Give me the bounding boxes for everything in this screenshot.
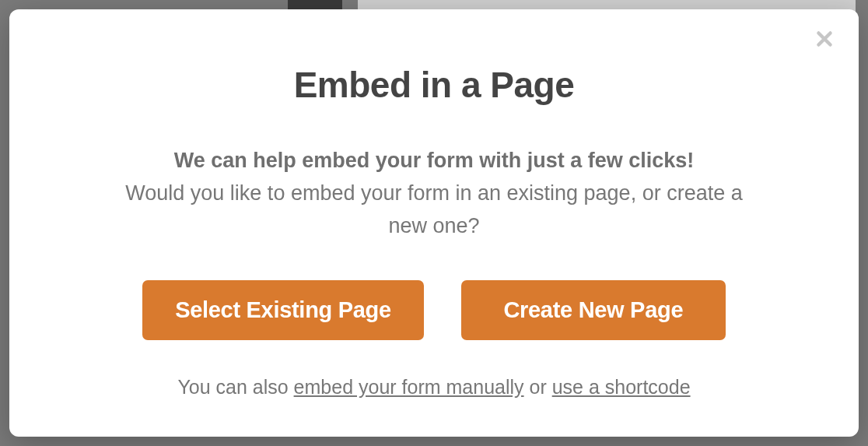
footer-prefix: You can also — [177, 376, 293, 398]
subtitle-regular: Would you like to embed your form in an … — [103, 177, 765, 243]
close-button[interactable] — [814, 30, 835, 51]
modal-subtitle: We can help embed your form with just a … — [103, 145, 765, 243]
footer-text: You can also embed your form manually or… — [177, 376, 690, 399]
subtitle-strong: We can help embed your form with just a … — [103, 145, 765, 177]
embed-modal: Embed in a Page We can help embed your f… — [9, 9, 859, 437]
button-row: Select Existing Page Create New Page — [142, 280, 726, 340]
use-shortcode-link[interactable]: use a shortcode — [552, 376, 691, 398]
footer-mid: or — [524, 376, 552, 398]
close-icon — [816, 30, 833, 51]
embed-manually-link[interactable]: embed your form manually — [294, 376, 524, 398]
modal-title: Embed in a Page — [294, 64, 575, 106]
select-existing-page-button[interactable]: Select Existing Page — [142, 280, 424, 340]
create-new-page-button[interactable]: Create New Page — [461, 280, 726, 340]
